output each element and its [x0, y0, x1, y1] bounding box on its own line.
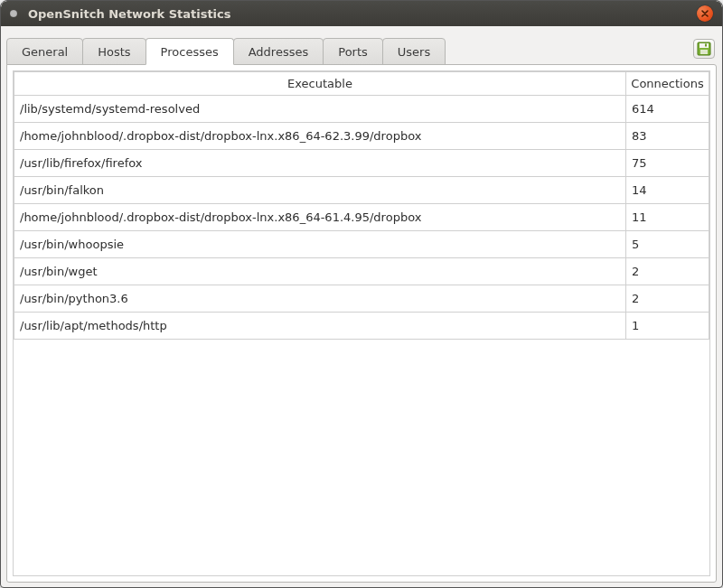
cell-connections: 614 [626, 96, 709, 123]
cell-executable: /home/johnblood/.dropbox-dist/dropbox-ln… [14, 204, 626, 231]
tab-label: Addresses [249, 45, 309, 59]
table-row[interactable]: /usr/lib/firefox/firefox75 [14, 150, 709, 177]
table-row[interactable]: /usr/bin/falkon14 [14, 177, 709, 204]
cell-connections: 75 [626, 150, 709, 177]
titlebar[interactable]: OpenSnitch Network Statistics [1, 1, 722, 26]
tab-label: General [22, 45, 68, 59]
cell-connections: 83 [626, 123, 709, 150]
table-row[interactable]: /usr/bin/wget2 [14, 258, 709, 285]
table-row[interactable]: /usr/lib/apt/methods/http1 [14, 313, 709, 340]
table-row[interactable]: /usr/bin/whoopsie5 [14, 231, 709, 258]
tab-ports[interactable]: Ports [323, 38, 383, 65]
svg-rect-2 [700, 50, 708, 54]
cell-executable: /home/johnblood/.dropbox-dist/dropbox-ln… [14, 123, 626, 150]
col-executable[interactable]: Executable [14, 72, 626, 96]
table-row[interactable]: /usr/bin/python3.62 [14, 285, 709, 313]
svg-rect-3 [705, 44, 707, 47]
table-header-row[interactable]: Executable Connections [14, 72, 709, 96]
window-title: OpenSnitch Network Statistics [28, 7, 697, 21]
tab-label: Processes [161, 45, 219, 59]
cell-connections: 5 [626, 231, 709, 258]
window-menu-icon [10, 10, 17, 17]
process-table: Executable Connections /lib/systemd/syst… [14, 71, 709, 340]
save-icon [697, 42, 711, 56]
cell-executable: /usr/lib/firefox/firefox [14, 150, 626, 177]
cell-executable: /usr/lib/apt/methods/http [14, 313, 626, 340]
main-panel: Executable Connections /lib/systemd/syst… [6, 64, 717, 583]
tab-general[interactable]: General [6, 38, 83, 65]
col-connections[interactable]: Connections [626, 72, 709, 96]
cell-executable: /usr/bin/python3.6 [14, 285, 626, 313]
save-button[interactable] [693, 39, 715, 59]
tab-label: Users [398, 45, 430, 59]
table-row[interactable]: /home/johnblood/.dropbox-dist/dropbox-ln… [14, 123, 709, 150]
cell-connections: 2 [626, 285, 709, 313]
svg-rect-1 [700, 43, 709, 48]
tab-processes[interactable]: Processes [146, 38, 234, 65]
tab-hosts[interactable]: Hosts [82, 38, 146, 65]
cell-connections: 11 [626, 204, 709, 231]
tab-label: Ports [338, 45, 368, 59]
process-table-container[interactable]: Executable Connections /lib/systemd/syst… [13, 70, 710, 576]
table-row[interactable]: /lib/systemd/systemd-resolved614 [14, 96, 709, 123]
cell-connections: 14 [626, 177, 709, 204]
cell-executable: /usr/bin/falkon [14, 177, 626, 204]
tab-label: Hosts [98, 45, 130, 59]
tab-users[interactable]: Users [382, 38, 446, 65]
cell-executable: /lib/systemd/systemd-resolved [14, 96, 626, 123]
cell-executable: /usr/bin/wget [14, 258, 626, 285]
cell-connections: 1 [626, 313, 709, 340]
close-icon[interactable] [697, 5, 713, 22]
cell-executable: /usr/bin/whoopsie [14, 231, 626, 258]
cell-connections: 2 [626, 258, 709, 285]
table-row[interactable]: /home/johnblood/.dropbox-dist/dropbox-ln… [14, 204, 709, 231]
tab-addresses[interactable]: Addresses [233, 38, 324, 65]
